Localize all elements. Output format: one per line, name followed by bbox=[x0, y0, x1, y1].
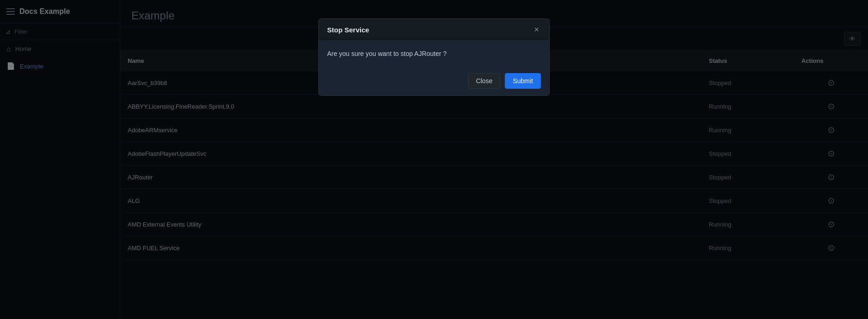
modal-header: Stop Service × bbox=[319, 19, 549, 41]
modal-overlay: Stop Service × Are you sure you want to … bbox=[0, 0, 868, 319]
modal-body: Are you sure you want to stop AJRouter ? bbox=[319, 41, 549, 67]
modal-footer: Close Submit bbox=[319, 67, 549, 95]
modal-message: Are you sure you want to stop AJRouter ? bbox=[327, 50, 541, 57]
modal-x-close-button[interactable]: × bbox=[532, 25, 541, 34]
modal-submit-button[interactable]: Submit bbox=[505, 73, 541, 89]
modal-close-button[interactable]: Close bbox=[468, 73, 501, 89]
stop-service-modal: Stop Service × Are you sure you want to … bbox=[318, 18, 550, 96]
modal-title: Stop Service bbox=[327, 26, 369, 34]
